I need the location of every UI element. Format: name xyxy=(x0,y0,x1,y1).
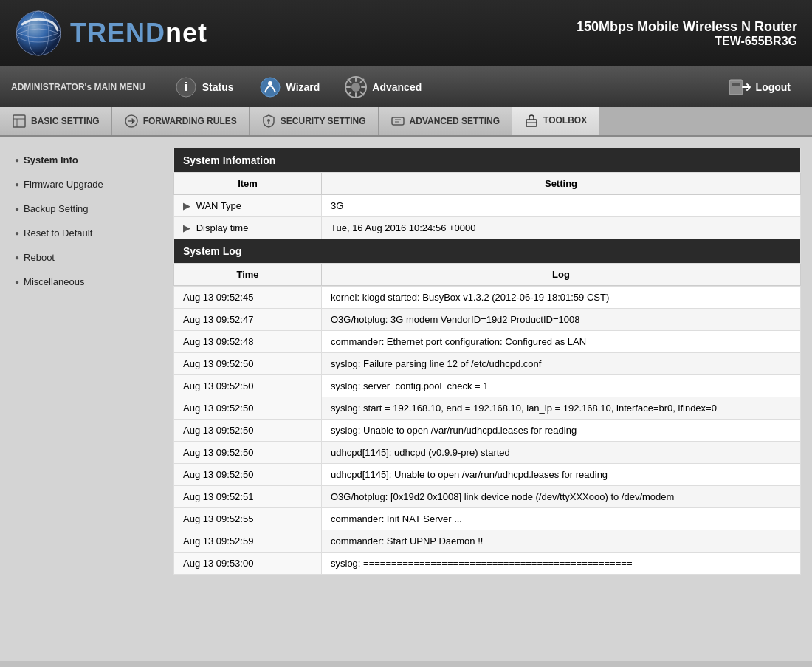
log-time: Aug 13 09:52:50 xyxy=(174,442,322,464)
forwarding-rules-tab-icon xyxy=(124,114,139,129)
header: TRENDnet 150Mbps Mobile Wireless N Route… xyxy=(0,0,812,66)
nav-logout-label: Logout xyxy=(756,81,791,93)
sidebar-backup-setting-label: Backup Setting xyxy=(24,203,88,214)
log-message: udhcpd[1145]: Unable to open /var/run/ud… xyxy=(322,464,801,486)
trendnet-logo-icon xyxy=(15,10,63,58)
sidebar-item-system-info[interactable]: ● System Info xyxy=(0,148,162,172)
log-row: Aug 13 09:52:47O3G/hotplug: 3G modem Ven… xyxy=(174,309,801,331)
log-row: Aug 13 09:52:59commander: Start UPNP Dae… xyxy=(174,530,801,553)
log-time: Aug 13 09:52:50 xyxy=(174,420,322,442)
sidebar: ● System Info ● Firmware Upgrade ● Backu… xyxy=(0,137,162,661)
log-message: syslog: Failure parsing line 12 of /etc/… xyxy=(322,353,801,375)
nav-status-label: Status xyxy=(202,81,234,93)
bullet-icon: ● xyxy=(15,156,19,164)
log-row: Aug 13 09:52:55commander: Init NAT Serve… xyxy=(174,508,801,530)
log-message: O3G/hotplug: 3G modem VendorID=19d2 Prod… xyxy=(322,309,801,331)
nav-status[interactable]: i Status xyxy=(164,71,244,103)
product-info: 150Mbps Mobile Wireless N Router TEW-655… xyxy=(577,19,797,48)
system-log-header: System Log xyxy=(174,239,801,264)
tab-forwarding-rules[interactable]: FORWARDING RULES xyxy=(112,107,250,135)
arrow-icon: ▶ xyxy=(183,222,190,233)
log-row: Aug 13 09:52:50syslog: server_config.poo… xyxy=(174,375,801,397)
content-area: System Infomation Item Setting ▶ WAN Typ… xyxy=(162,137,812,661)
log-time: Aug 13 09:53:00 xyxy=(174,553,322,575)
log-message: O3G/hotplug: [0x19d2 0x1008] link device… xyxy=(322,486,801,508)
sidebar-item-firmware-upgrade[interactable]: ● Firmware Upgrade xyxy=(0,172,162,196)
nav-advanced[interactable]: Advanced xyxy=(334,71,432,103)
bullet-icon: ● xyxy=(15,229,19,237)
svg-rect-10 xyxy=(732,83,740,86)
tab-forwarding-rules-label: FORWARDING RULES xyxy=(143,116,237,126)
security-setting-tab-icon xyxy=(261,114,276,129)
log-time: Aug 13 09:52:55 xyxy=(174,508,322,530)
product-model: TEW-655BR3G xyxy=(577,35,797,48)
col-header-time: Time xyxy=(174,264,322,286)
log-time: Aug 13 09:52:51 xyxy=(174,486,322,508)
logo-text: TRENDnet xyxy=(70,18,207,49)
col-header-item: Item xyxy=(174,173,322,195)
sidebar-reset-label: Reset to Default xyxy=(24,228,92,239)
sidebar-miscellaneous-label: Miscellaneous xyxy=(24,276,84,287)
display-time-item: ▶ Display time xyxy=(174,217,322,239)
log-message: udhcpd[1145]: udhcpd (v0.9.9-pre) starte… xyxy=(322,442,801,464)
svg-rect-17 xyxy=(392,117,404,125)
tab-toolbox[interactable]: TOOLBOX xyxy=(512,107,599,135)
logout-icon xyxy=(728,75,751,99)
system-info-table: System Infomation Item Setting ▶ WAN Typ… xyxy=(173,148,801,286)
wan-type-label: WAN Type xyxy=(196,200,241,211)
nav-logout[interactable]: Logout xyxy=(718,71,801,103)
sidebar-item-backup-setting[interactable]: ● Backup Setting xyxy=(0,196,162,221)
log-time: Aug 13 09:52:47 xyxy=(174,309,322,331)
logo-area: TRENDnet xyxy=(15,10,207,58)
toolbox-tab-icon xyxy=(524,113,539,128)
log-row: Aug 13 09:52:50udhcpd[1145]: Unable to o… xyxy=(174,464,801,486)
display-time-label: Display time xyxy=(196,222,249,233)
arrow-icon: ▶ xyxy=(183,200,190,211)
log-row: Aug 13 09:52:48commander: Ethernet port … xyxy=(174,331,801,353)
sidebar-reboot-label: Reboot xyxy=(24,252,55,263)
system-log-table: Aug 13 09:52:45kernel: klogd started: Bu… xyxy=(173,286,801,575)
bullet-icon: ● xyxy=(15,180,19,188)
bullet-icon: ● xyxy=(15,253,19,261)
tab-basic-setting[interactable]: BASIC SETTING xyxy=(0,107,112,135)
tab-security-setting-label: SECURITY SETTING xyxy=(281,116,366,126)
log-row: Aug 13 09:52:50udhcpd[1145]: udhcpd (v0.… xyxy=(174,442,801,464)
advanced-setting-tab-icon xyxy=(390,114,405,129)
svg-point-5 xyxy=(261,78,280,97)
nav-advanced-label: Advanced xyxy=(372,81,422,93)
log-message: syslog: Unable to open /var/run/udhcpd.l… xyxy=(322,420,801,442)
admin-label: ADMINISTRATOR's MAIN MENU xyxy=(11,82,145,92)
log-row: Aug 13 09:52:50syslog: start = 192.168.1… xyxy=(174,397,801,420)
status-icon: i xyxy=(174,75,198,99)
svg-point-0 xyxy=(16,11,61,55)
tab-security-setting[interactable]: SECURITY SETTING xyxy=(250,107,379,135)
sidebar-firmware-upgrade-label: Firmware Upgrade xyxy=(24,179,103,190)
wizard-icon xyxy=(258,75,282,99)
basic-setting-tab-icon xyxy=(12,114,27,129)
nav-wizard[interactable]: Wizard xyxy=(248,71,331,103)
svg-point-8 xyxy=(351,83,360,92)
log-row: Aug 13 09:53:00syslog: =================… xyxy=(174,553,801,575)
log-time: Aug 13 09:52:48 xyxy=(174,331,322,353)
tab-advanced-setting[interactable]: ADVANCED SETTING xyxy=(379,107,512,135)
log-time: Aug 13 09:52:59 xyxy=(174,530,322,553)
log-time: Aug 13 09:52:50 xyxy=(174,464,322,486)
log-time: Aug 13 09:52:50 xyxy=(174,375,322,397)
sidebar-item-reset-to-default[interactable]: ● Reset to Default xyxy=(0,221,162,245)
log-message: syslog: server_config.pool_check = 1 xyxy=(322,375,801,397)
wan-type-item: ▶ WAN Type xyxy=(174,195,322,217)
sidebar-item-reboot[interactable]: ● Reboot xyxy=(0,245,162,270)
svg-text:i: i xyxy=(185,81,187,93)
nav-wizard-label: Wizard xyxy=(286,81,320,93)
main-layout: ● System Info ● Firmware Upgrade ● Backu… xyxy=(0,137,812,661)
log-row: Aug 13 09:52:45kernel: klogd started: Bu… xyxy=(174,287,801,309)
log-message: commander: Init NAT Server ... xyxy=(322,508,801,530)
wan-type-value: 3G xyxy=(322,195,801,217)
system-info-header: System Infomation xyxy=(174,148,801,173)
log-time: Aug 13 09:52:50 xyxy=(174,353,322,375)
log-time: Aug 13 09:52:45 xyxy=(174,287,322,309)
tab-toolbox-label: TOOLBOX xyxy=(543,115,587,126)
sidebar-item-miscellaneous[interactable]: ● Miscellaneous xyxy=(0,270,162,294)
log-row: Aug 13 09:52:50syslog: Failure parsing l… xyxy=(174,353,801,375)
bullet-icon: ● xyxy=(15,278,19,286)
